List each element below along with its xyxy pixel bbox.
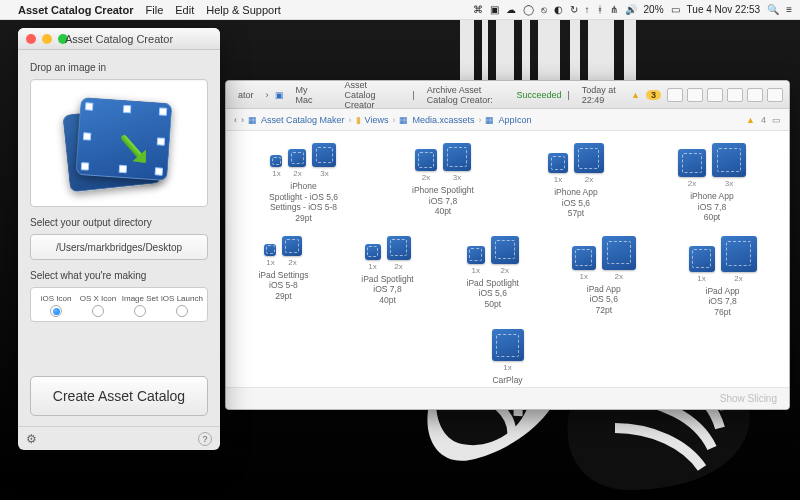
icon-slot[interactable]: 3x [443, 143, 471, 182]
battery-icon[interactable]: ▭ [671, 4, 680, 15]
icon-slot-group[interactable]: 1x2xiPad SettingsiOS 5-829pt [258, 236, 308, 318]
icon-slot[interactable]: 2x [288, 149, 306, 178]
icon-slot[interactable]: 2x [721, 236, 757, 283]
run-destination[interactable]: My Mac [290, 83, 322, 107]
settings-gear-icon[interactable]: ⚙ [26, 432, 37, 446]
menu-edit[interactable]: Edit [175, 4, 194, 16]
icon-scale: 1x [472, 266, 480, 275]
close-icon[interactable] [26, 34, 36, 44]
notification-center-icon[interactable]: ≡ [786, 4, 792, 15]
icon-thumb [491, 236, 519, 264]
jump-bar[interactable]: ‹ › ▦ Asset Catalog Maker › ▮ Views › ▦ … [226, 109, 789, 131]
battery-pct[interactable]: 20% [644, 4, 664, 15]
icon-slot[interactable]: 3x [712, 143, 746, 188]
icon-slot-group[interactable]: 1x2xiPhone AppiOS 5,657pt [548, 143, 604, 224]
icon-slot[interactable]: 2x [491, 236, 519, 275]
icon-thumb [264, 244, 276, 256]
icon-thumb [443, 143, 471, 171]
nav-warning-count[interactable]: 4 [761, 115, 766, 125]
nav-back-icon[interactable]: ‹ [234, 115, 237, 125]
menu-file[interactable]: File [146, 4, 164, 16]
radio-indicator [92, 305, 104, 317]
menu-help[interactable]: Help & Support [206, 4, 281, 16]
icon-slot[interactable]: 2x [415, 149, 437, 182]
radio-ios-launch[interactable]: iOS Launch [161, 294, 203, 317]
icon-scale: 2x [422, 173, 430, 182]
breadcrumb[interactable]: Views [365, 115, 389, 125]
editor-mode-version-icon[interactable] [707, 88, 723, 102]
output-path-button[interactable]: /Users/markbridges/Desktop [30, 234, 208, 260]
icon-slot[interactable]: 2x [574, 143, 604, 184]
icon-slot-group[interactable]: 1x2xiPad AppiOS 7,876pt [689, 236, 757, 318]
scheme[interactable]: ator [232, 88, 260, 102]
editor-mode-standard-icon[interactable] [667, 88, 683, 102]
icon-slot[interactable]: 1x [492, 329, 524, 372]
show-slicing-link[interactable]: Show Slicing [720, 393, 777, 404]
warning-triangle-icon[interactable]: ▲ [631, 90, 640, 100]
status-icon[interactable]: ☁ [506, 4, 516, 15]
spotlight-icon[interactable]: 🔍 [767, 4, 779, 15]
editor-mode-assistant-icon[interactable] [687, 88, 703, 102]
icon-scale: 2x [394, 262, 402, 271]
icon-slot[interactable]: 1x [270, 155, 282, 178]
creator-titlebar[interactable]: Asset Catalog Creator [18, 28, 220, 50]
breadcrumb[interactable]: Media.xcassets [412, 115, 474, 125]
icon-slot[interactable]: 2x [602, 236, 636, 281]
icon-slot[interactable]: 1x [365, 244, 381, 271]
icon-slot-group[interactable]: 2x3xiPhone SpotlightiOS 7,840pt [412, 143, 474, 224]
icon-slot[interactable]: 1x [467, 246, 485, 275]
icon-scale: 3x [725, 179, 733, 188]
panel-toggle-bottom-icon[interactable] [747, 88, 763, 102]
panel-toggle-right-icon[interactable] [767, 88, 783, 102]
icon-slot-group[interactable]: 2x3xiPhone AppiOS 7,860pt [678, 143, 746, 224]
icon-slot[interactable]: 2x [387, 236, 411, 271]
image-drop-area[interactable] [30, 79, 208, 207]
icon-slot[interactable]: 2x [282, 236, 302, 267]
breadcrumb[interactable]: AppIcon [498, 115, 531, 125]
icon-thumb [678, 149, 706, 177]
icon-slot-group[interactable]: 1x2x3xiPhoneSpotlight - iOS 5,6Settings … [269, 143, 338, 224]
wifi-icon[interactable]: ⋔ [610, 4, 618, 15]
menubar-app-name[interactable]: Asset Catalog Creator [18, 4, 134, 16]
radio-os-x-icon[interactable]: OS X Icon [77, 294, 119, 317]
icon-slot[interactable]: 1x [689, 246, 715, 283]
help-icon[interactable]: ? [198, 432, 212, 446]
create-catalog-button[interactable]: Create Asset Catalog [30, 376, 208, 416]
icon-slot[interactable]: 3x [312, 143, 336, 178]
icon-thumb [312, 143, 336, 167]
icon-slot-group[interactable]: 1x2xiPad SpotlightiOS 5,650pt [467, 236, 519, 318]
icon-slot[interactable]: 2x [678, 149, 706, 188]
status-icon[interactable]: ⎋ [541, 4, 547, 15]
status-icon[interactable]: ◐ [554, 4, 563, 15]
icon-group-label: iPhone SpotlightiOS 7,840pt [412, 185, 474, 217]
icon-slot[interactable]: 1x [572, 246, 596, 281]
icon-slot-group[interactable]: 1xCarPlayiOS 8120pt [492, 329, 524, 387]
status-icon[interactable]: ◯ [523, 4, 534, 15]
volume-icon[interactable]: 🔊 [625, 4, 637, 15]
nav-forward-icon[interactable]: › [241, 115, 244, 125]
radio-image-set[interactable]: Image Set [119, 294, 161, 317]
status-icon[interactable]: ⌘ [473, 4, 483, 15]
zoom-icon[interactable] [58, 34, 68, 44]
radio-ios-icon[interactable]: iOS Icon [35, 294, 77, 317]
breadcrumb[interactable]: Asset Catalog Maker [261, 115, 345, 125]
status-icon[interactable]: ↑ [585, 4, 590, 15]
status-icon[interactable]: ▣ [490, 4, 499, 15]
icon-thumb [689, 246, 715, 272]
icon-slot-group[interactable]: 1x2xiPad AppiOS 5,672pt [572, 236, 636, 318]
icon-slot-group[interactable]: 1x2xiPad SpotlightiOS 7,840pt [361, 236, 413, 318]
clock[interactable]: Tue 4 Nov 22:53 [687, 4, 761, 15]
asset-catalog-canvas[interactable]: 1x2x3xiPhoneSpotlight - iOS 5,6Settings … [226, 131, 789, 387]
icon-thumb [282, 236, 302, 256]
status-icon[interactable]: ↻ [570, 4, 578, 15]
icon-scale: 1x [368, 262, 376, 271]
icon-slot[interactable]: 1x [264, 244, 276, 267]
bluetooth-icon[interactable]: ᚼ [597, 4, 603, 15]
jump-bar-menu-icon[interactable]: ▭ [772, 115, 781, 125]
minimize-icon[interactable] [42, 34, 52, 44]
panel-toggle-left-icon[interactable] [727, 88, 743, 102]
icon-slot[interactable]: 1x [548, 153, 568, 184]
warning-triangle-icon[interactable]: ▲ [746, 115, 755, 125]
icon-scale: 1x [580, 272, 588, 281]
warning-count[interactable]: 3 [646, 90, 661, 100]
